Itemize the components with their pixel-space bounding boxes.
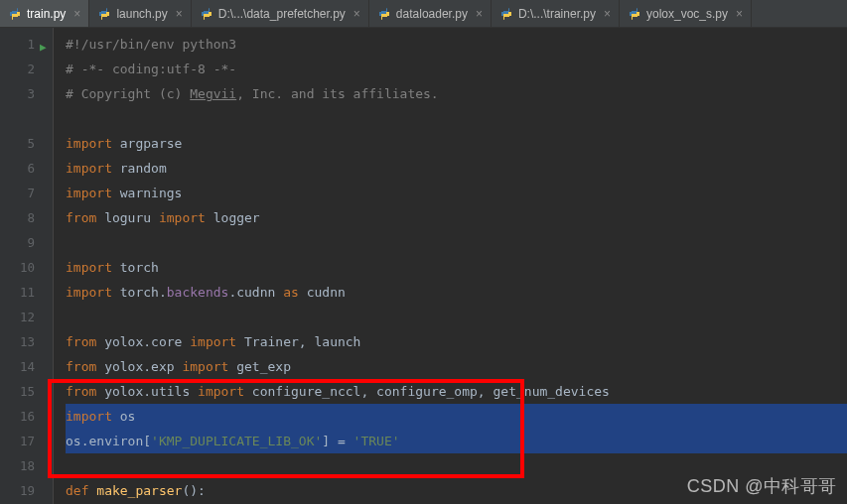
run-gutter-icon[interactable]: ▶ xyxy=(40,35,47,60)
close-icon[interactable]: × xyxy=(736,7,743,21)
line-number: 14 xyxy=(0,354,53,379)
line-number: 19 xyxy=(0,478,53,503)
close-icon[interactable]: × xyxy=(353,7,360,21)
python-file-icon xyxy=(499,7,513,21)
line-number: 12 xyxy=(0,305,53,329)
line-number: 2 xyxy=(0,57,53,81)
code-line: #!/usr/bin/env python3 xyxy=(66,32,847,57)
python-file-icon xyxy=(97,7,111,21)
line-number: 10 xyxy=(0,255,53,280)
tab-label: launch.py xyxy=(116,7,167,21)
code-line: import argparse xyxy=(66,131,847,156)
tab-label: dataloader.py xyxy=(396,7,468,21)
tab-label: D:\...\data_prefetcher.py xyxy=(218,7,346,21)
code-line: import random xyxy=(66,156,847,181)
code-line: from yolox.exp import get_exp xyxy=(66,354,847,379)
line-number: 9 xyxy=(0,230,53,255)
code-line: # Copyright (c) Megvii, Inc. and its aff… xyxy=(66,81,847,106)
code-line: import torch.backends.cudnn as cudnn xyxy=(66,280,847,305)
code-area[interactable]: #!/usr/bin/env python3 # -*- coding:utf-… xyxy=(54,28,847,504)
code-line: import torch xyxy=(66,255,847,280)
tab-trainer[interactable]: D:\...\trainer.py × xyxy=(492,0,620,27)
code-line: from loguru import logger xyxy=(66,205,847,230)
line-number: 15 xyxy=(0,379,53,404)
python-file-icon xyxy=(8,7,22,21)
code-line: from yolox.utils import configure_nccl, … xyxy=(66,379,847,404)
tab-yolox-voc[interactable]: yolox_voc_s.py × xyxy=(620,0,752,27)
line-number: 5 xyxy=(0,131,53,156)
tab-label: train.py xyxy=(27,7,66,21)
python-file-icon xyxy=(377,7,391,21)
close-icon[interactable]: × xyxy=(604,7,611,21)
editor-tabs: train.py × launch.py × D:\...\data_prefe… xyxy=(0,0,847,28)
close-icon[interactable]: × xyxy=(73,7,80,21)
line-number: 18 xyxy=(0,453,53,478)
tab-label: D:\...\trainer.py xyxy=(518,7,596,21)
line-number: 6 xyxy=(0,156,53,181)
python-file-icon xyxy=(200,7,213,21)
code-line xyxy=(66,230,847,255)
tab-prefetcher[interactable]: D:\...\data_prefetcher.py × xyxy=(192,0,369,27)
close-icon[interactable]: × xyxy=(176,7,183,21)
line-number: 17 xyxy=(0,429,53,453)
code-line: os.environ['KMP_DUPLICATE_LIB_OK'] = 'TR… xyxy=(66,429,847,453)
code-editor[interactable]: ▶ 1 2 3 5 6 7 8 9 10 11 12 13 14 15 16 1… xyxy=(0,28,847,504)
code-line: from yolox.core import Trainer, launch xyxy=(66,329,847,354)
tab-dataloader[interactable]: dataloader.py × xyxy=(369,0,492,27)
tab-label: yolox_voc_s.py xyxy=(646,7,728,21)
line-number: 11 xyxy=(0,280,53,305)
watermark-text: CSDN @中科哥哥 xyxy=(687,474,837,498)
code-line xyxy=(66,106,847,131)
line-number: 16 xyxy=(0,404,53,429)
close-icon[interactable]: × xyxy=(476,7,483,21)
line-number: 7 xyxy=(0,181,53,205)
line-number-gutter: ▶ 1 2 3 5 6 7 8 9 10 11 12 13 14 15 16 1… xyxy=(0,28,54,504)
line-number: 8 xyxy=(0,205,53,230)
code-line: import warnings xyxy=(66,181,847,205)
line-number xyxy=(0,106,53,131)
code-line: import os xyxy=(66,404,847,429)
code-line: # -*- coding:utf-8 -*- xyxy=(66,57,847,81)
tab-launch[interactable]: launch.py × xyxy=(89,0,191,27)
line-number: 13 xyxy=(0,329,53,354)
tab-train[interactable]: train.py × xyxy=(0,0,89,27)
python-file-icon xyxy=(628,7,641,21)
line-number: 3 xyxy=(0,81,53,106)
code-line xyxy=(66,305,847,329)
